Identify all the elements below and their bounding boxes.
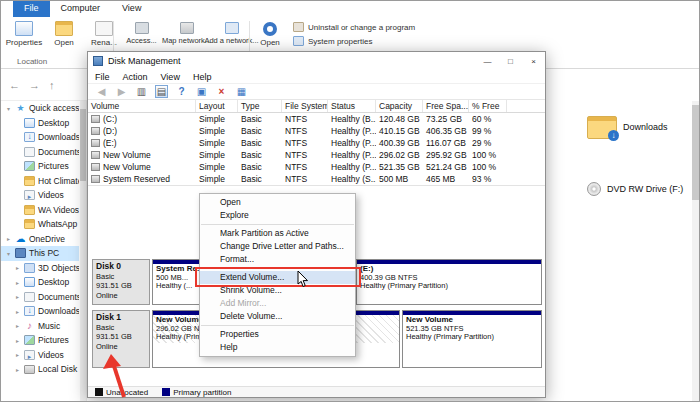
context-menu-item[interactable]: Open <box>200 196 355 209</box>
back-icon[interactable]: ◀ <box>95 86 108 97</box>
maximize-button[interactable]: □ <box>499 53 522 70</box>
chevron-icon[interactable]: ▸ <box>14 279 21 286</box>
ribbon-tab[interactable]: View <box>111 1 152 17</box>
cell-status: Healthy (S... <box>328 174 376 184</box>
sidebar-item[interactable]: ▸ Documents <box>1 290 79 305</box>
column-header[interactable]: Type <box>238 100 282 112</box>
ribbon-row-button[interactable]: Uninstall or change a program <box>293 22 415 32</box>
back-arrow-icon[interactable]: ← <box>9 79 20 91</box>
context-menu-item[interactable]: Format... <box>200 253 355 266</box>
map-network-drive-icon <box>180 22 194 34</box>
sidebar-item[interactable]: WhatsApp Ima... <box>1 217 79 232</box>
context-menu-item[interactable]: Explore <box>200 209 355 222</box>
title-bar[interactable]: Disk Management —□× <box>88 52 545 70</box>
chevron-icon[interactable]: ▸ <box>14 337 21 344</box>
sidebar-item[interactable]: ▾ This PC <box>1 246 79 261</box>
volume-row[interactable]: System Reserved Simple Basic NTFS Health… <box>88 173 545 185</box>
chevron-icon[interactable]: ▸ <box>14 322 21 329</box>
context-menu-item[interactable]: Mark Partition as Active <box>200 227 355 240</box>
graphic-view-icon[interactable]: ▦ <box>235 86 248 97</box>
chevron-icon[interactable]: ▸ <box>14 293 21 300</box>
context-menu-item[interactable]: Change Drive Letter and Paths... <box>200 240 355 253</box>
annotation-arrow-icon <box>102 353 132 399</box>
forward-arrow-icon[interactable]: → <box>29 79 40 91</box>
context-menu-item[interactable]: Properties <box>200 328 355 341</box>
column-header[interactable]: Status <box>328 100 376 112</box>
content-tile[interactable]: DVD RW Drive (F:) <box>587 179 697 199</box>
column-header[interactable]: Layout <box>196 100 238 112</box>
chevron-icon[interactable]: ▸ <box>5 235 12 242</box>
sidebar-item[interactable]: ▸ Downloads <box>1 304 79 319</box>
column-header[interactable]: Capacity <box>376 100 423 112</box>
forward-icon[interactable]: ▶ <box>115 86 128 97</box>
sidebar-item[interactable]: Pictures <box>1 159 79 174</box>
volume-row[interactable]: New Volume Simple Basic NTFS Healthy (P.… <box>88 161 545 173</box>
sidebar-item[interactable]: Documents <box>1 145 79 160</box>
partition-e[interactable]: (E:) 400.39 GB NTFS Healthy (Primary Par… <box>356 259 542 305</box>
console-tree-icon[interactable]: ▥ <box>135 86 148 97</box>
minimize-button[interactable]: — <box>476 53 499 70</box>
views-icon[interactable]: ▣ <box>195 86 208 97</box>
ribbon-button[interactable]: Access... <box>119 20 164 47</box>
context-menu-item-label: Explore <box>220 210 249 220</box>
chevron-icon[interactable]: ▸ <box>14 366 21 373</box>
chevron-icon[interactable]: ▸ <box>14 351 21 358</box>
sidebar-item[interactable]: ▸ 3D Objects <box>1 261 79 276</box>
sidebar-item[interactable]: Videos <box>1 188 79 203</box>
help-icon[interactable]: ? <box>175 86 188 97</box>
sidebar-item[interactable]: Downloads <box>1 130 79 145</box>
ribbon-button[interactable]: Rena... <box>85 19 123 49</box>
ribbon-button[interactable]: Add a network... <box>209 20 254 47</box>
chevron-icon[interactable]: ▸ <box>14 308 21 315</box>
sidebar-item[interactable]: ▸ Music <box>1 319 79 334</box>
volume-row[interactable]: (E:) Simple Basic NTFS Healthy (P... 400… <box>88 137 545 149</box>
sidebar-item[interactable]: ▸ Desktop <box>1 275 79 290</box>
sidebar-item[interactable]: ▸ OneDrive <box>1 232 79 247</box>
column-header[interactable]: % Free <box>469 100 507 112</box>
menubar-item[interactable]: Help <box>193 72 212 82</box>
open-settings-button[interactable]: Open <box>255 20 285 49</box>
context-menu-item[interactable]: Add Mirror... <box>200 297 355 310</box>
ribbon-tab[interactable]: Computer <box>50 1 112 17</box>
context-menu-item[interactable] <box>201 224 354 225</box>
menubar-item[interactable]: View <box>161 72 180 82</box>
sidebar-item[interactable]: Desktop <box>1 116 79 131</box>
column-header[interactable]: Free Spa... <box>423 100 469 112</box>
chevron-icon[interactable]: ▸ <box>14 264 21 271</box>
menubar-item[interactable]: File <box>95 72 110 82</box>
sidebar-item[interactable]: ▸ Pictures <box>1 333 79 348</box>
sidebar-item[interactable]: Hot Climates <box>1 174 79 189</box>
properties-icon[interactable]: ▤ <box>155 85 168 98</box>
sidebar-item[interactable]: ▸ Local Disk (C:) <box>1 362 79 377</box>
menubar-item[interactable]: Action <box>123 72 148 82</box>
disk-0-label[interactable]: Disk 0 Basic 931.51 GB Online <box>92 259 150 305</box>
column-header[interactable]: Volume <box>88 100 196 112</box>
sidebar-item-label: Music <box>38 321 60 331</box>
ribbon-button[interactable]: Properties <box>5 19 43 49</box>
column-header[interactable]: File System <box>282 100 328 112</box>
ribbon-button[interactable]: Open <box>45 19 83 49</box>
up-arrow-icon[interactable]: ↑ <box>49 79 55 91</box>
volume-row[interactable]: (D:) Simple Basic NTFS Healthy (P... 410… <box>88 125 545 137</box>
ribbon-row-button[interactable]: System properties <box>293 36 415 46</box>
delete-volume-icon[interactable]: × <box>215 86 228 97</box>
ribbon-tab[interactable]: File <box>13 1 50 17</box>
content-scrollbar[interactable] <box>692 101 699 401</box>
sidebar-item[interactable]: ▾ Quick access <box>1 101 79 116</box>
context-menu-item[interactable]: Delete Volume... <box>200 310 355 323</box>
ribbon-button[interactable]: Map network... <box>164 20 209 47</box>
add-network-location-icon <box>225 22 239 34</box>
scrollbar-thumb[interactable] <box>692 105 699 200</box>
context-menu-item[interactable] <box>201 325 354 326</box>
chevron-icon[interactable]: ▾ <box>5 250 12 257</box>
sidebar-item[interactable]: WA Videos <box>1 203 79 218</box>
context-menu-item[interactable]: Help <box>200 341 355 354</box>
volume-row[interactable]: New Volume Simple Basic NTFS Healthy (P.… <box>88 149 545 161</box>
volume-row[interactable]: (C:) Simple Basic NTFS Healthy (B... 120… <box>88 113 545 125</box>
partition-new-volume-2[interactable]: New Volume 521.35 GB NTFS Healthy (Prima… <box>402 310 542 368</box>
sidebar-item[interactable]: ▸ Videos <box>1 348 79 363</box>
close-button[interactable]: × <box>522 53 545 70</box>
chevron-icon[interactable]: ▾ <box>5 105 12 112</box>
partition-status: Healthy (Primary Partition) <box>406 333 538 342</box>
content-tile[interactable]: Downloads <box>587 107 697 147</box>
